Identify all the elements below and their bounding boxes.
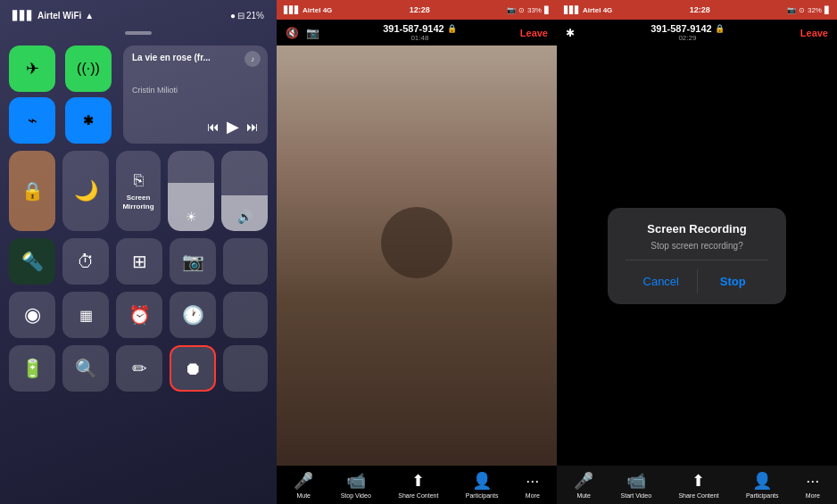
dk-mute-button[interactable]: 🎤 Mute — [574, 471, 593, 499]
ft-more-button[interactable]: ··· More — [526, 472, 540, 499]
battery-label: 21% — [246, 11, 264, 21]
extra-btn3 — [223, 345, 268, 392]
ft-participants-button[interactable]: 👤 Participants — [466, 471, 499, 499]
alarm-button[interactable]: ⏰ — [116, 292, 162, 338]
ft-call-timer: 01:48 — [410, 34, 428, 42]
battery-block: ● ⊟ 21% — [230, 11, 264, 21]
screen-record-button[interactable]: ⏺ — [170, 345, 216, 392]
facetime-panel: ▋▋▋ Airtel 4G 12:28 📷 ⊙ 33% ▊ 🔇 📷 391-58… — [277, 0, 557, 504]
signal-icon: ▋▋▋ — [12, 11, 34, 21]
dialog-subtitle: Stop screen recording? — [651, 241, 742, 251]
dialog-buttons: Cancel Stop — [626, 269, 768, 293]
dialog-cancel-button[interactable]: Cancel — [626, 269, 697, 293]
dialog-title: Screen Recording — [647, 222, 746, 235]
accessibility-button[interactable]: ◉ — [9, 292, 55, 338]
volume-slider[interactable]: 🔊 — [221, 151, 268, 231]
dk-participants-label: Participants — [746, 492, 779, 499]
wifi-button[interactable]: ⌁ — [9, 97, 55, 144]
ft-lock-icon: 🔒 — [447, 24, 457, 33]
notes-button[interactable]: ✏ — [116, 345, 162, 392]
dk-phone-number: 391-587-9142 🔒 — [651, 23, 725, 34]
dk-leave-button[interactable]: Leave — [800, 28, 828, 38]
prev-track-button[interactable]: ⏮ — [207, 120, 220, 134]
battery-icon-btn: 🔋 — [21, 358, 44, 379]
ft-mute-icon-btn: 🎤 — [294, 471, 313, 491]
bluetooth-icon: ✱ — [83, 113, 94, 128]
dk-start-video-label: Start Video — [621, 492, 652, 499]
dk-carrier: ▋▋▋ Airtel 4G — [564, 6, 612, 14]
dk-more-button[interactable]: ··· More — [806, 472, 820, 499]
rotation-lock-button[interactable]: 🔒 — [9, 151, 55, 231]
music-app-icon: ♪ — [244, 51, 261, 67]
ft-leave-button[interactable]: Leave — [520, 28, 548, 38]
swipe-indicator — [125, 31, 152, 35]
airplane-mode-button[interactable]: ✈ — [9, 45, 55, 92]
timer-button[interactable]: ⏱ — [62, 238, 109, 285]
battery-status-button[interactable]: 🔋 — [9, 345, 55, 392]
music-controls: ⏮ ▶ ⏭ — [132, 117, 259, 136]
dk-participants-button[interactable]: 👤 Participants — [746, 471, 779, 499]
dk-bt-icon: ✱ — [566, 27, 575, 39]
dk-time: 12:28 — [690, 5, 710, 14]
ft-call-info: 391-587-9142 🔒 01:48 — [383, 23, 457, 42]
dk-carrier-label: Airtel 4G — [583, 6, 612, 14]
second-row: 🔒 🌙 ⎘ ScreenMirroring ☀ 🔊 — [9, 151, 268, 231]
ft-share-content-button[interactable]: ⬆ Share Content — [398, 471, 438, 499]
ft-battery: 📷 ⊙ 33% ▊ — [507, 6, 550, 14]
dk-mute-icon: 🎤 — [574, 471, 593, 491]
dk-share-content-button[interactable]: ⬆ Share Content — [678, 471, 718, 499]
screen-mirror-icon: ⎘ — [134, 171, 144, 190]
play-pause-button[interactable]: ▶ — [227, 117, 239, 136]
person-head — [381, 207, 452, 278]
camera-button[interactable]: 📷 — [170, 238, 216, 285]
flashlight-icon: 🔦 — [21, 251, 44, 272]
bluetooth-button[interactable]: ✱ — [65, 97, 112, 144]
ft-stop-video-button[interactable]: 📹 Stop Video — [341, 471, 371, 499]
dk-lock-icon: 🔒 — [715, 24, 725, 33]
ft-signal-icon: ▋▋▋ — [284, 6, 300, 14]
screen-record-indicator: ● — [230, 11, 236, 21]
do-not-disturb-button[interactable]: 🌙 — [62, 151, 109, 231]
ft-carrier: ▋▋▋ Airtel 4G — [284, 6, 332, 14]
dk-rec-icon: ⊙ — [799, 6, 805, 14]
airplane-icon: ✈ — [26, 59, 39, 78]
dk-top-bar: ✱ 391-587-9142 🔒 02:29 Leave — [557, 20, 837, 45]
volume-icon: 🔊 — [237, 210, 253, 224]
calculator-button[interactable]: ⊞ — [116, 238, 162, 285]
icon-row-3: 🔋 🔍 ✏ ⏺ — [9, 345, 268, 392]
dialog-stop-button[interactable]: Stop — [698, 269, 769, 293]
ft-battery-icon: ▊ — [544, 6, 550, 14]
music-widget: ♪ La vie en rose (fr... Cristin Milioti … — [123, 45, 268, 144]
screen-mirroring-button[interactable]: ⎘ ScreenMirroring — [116, 151, 161, 231]
ft-more-icon: ··· — [526, 472, 539, 491]
carrier-wifi: ▋▋▋ Airtel WiFi ▲ — [12, 11, 94, 21]
dk-battery-icon: ▊ — [825, 6, 830, 14]
ft-more-label: More — [526, 492, 540, 499]
qr-scan-button[interactable]: ▦ — [62, 292, 109, 338]
ft-battery-label: 33% — [527, 6, 542, 14]
dk-more-icon: ··· — [806, 472, 819, 491]
flashlight-button[interactable]: 🔦 — [9, 238, 55, 285]
magnifier-button[interactable]: 🔍 — [62, 345, 109, 392]
alarm-icon: ⏰ — [128, 304, 151, 326]
ft-mute-button[interactable]: 🎤 Mute — [294, 471, 313, 499]
battery-icon: ⊟ — [237, 11, 244, 21]
cellular-button[interactable]: ((·)) — [65, 45, 112, 92]
wifi-icon-btn: ⌁ — [28, 111, 37, 130]
accessibility-icon: ◉ — [24, 303, 41, 326]
camera-icon: 📷 — [182, 251, 204, 272]
extra-btn2 — [223, 292, 268, 338]
dk-start-video-button[interactable]: 📹 Start Video — [621, 471, 652, 499]
brightness-slider[interactable]: ☀ — [168, 151, 214, 231]
dialog-divider — [626, 260, 768, 260]
dk-signal-icon: ▋▋▋ — [564, 6, 580, 14]
clock-button[interactable]: 🕐 — [170, 292, 216, 338]
dk-camera-icon: 📷 — [787, 6, 796, 14]
dk-start-video-icon: 📹 — [626, 471, 646, 491]
next-track-button[interactable]: ⏭ — [246, 120, 259, 134]
dk-status-bar: ▋▋▋ Airtel 4G 12:28 📷 ⊙ 32% ▊ — [557, 0, 837, 20]
top-row: ✈ ((·)) ⌁ ✱ ♪ La vie en rose (fr... Cris… — [9, 45, 268, 144]
extra-btn — [223, 238, 268, 285]
video-overlay — [277, 45, 557, 466]
dk-battery-label: 32% — [808, 6, 822, 14]
